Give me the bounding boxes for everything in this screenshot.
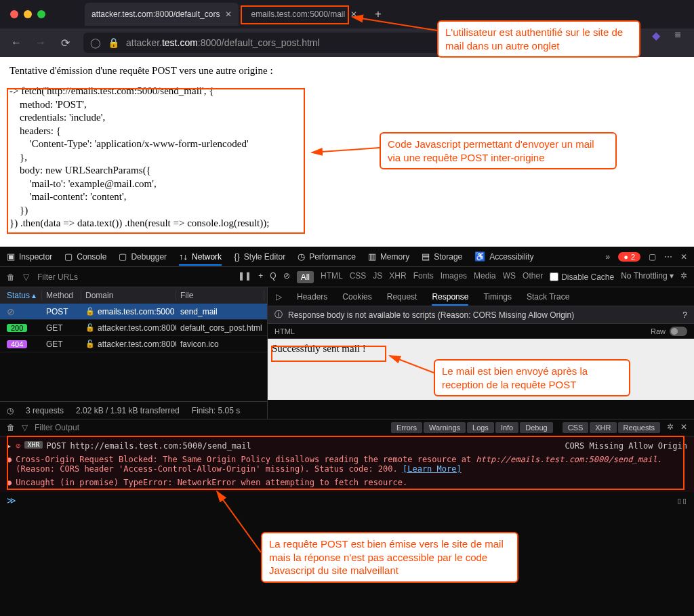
dock-icon[interactable]: ▢: [649, 252, 656, 262]
resend-icon[interactable]: ▷: [276, 292, 282, 302]
blocked-icon: ⊘: [7, 306, 15, 317]
annotation-code: Code Javascript permettant d'envoyer un …: [380, 132, 617, 169]
rtab-stack[interactable]: Stack Trace: [527, 292, 569, 302]
menu-icon[interactable]: ≡: [672, 29, 684, 56]
console-prompt[interactable]: ≫ ▯▯: [0, 492, 694, 508]
more-tabs-icon[interactable]: »: [606, 252, 611, 262]
pause-icon[interactable]: ❚❚: [238, 271, 251, 283]
settings-icon[interactable]: ✲: [667, 422, 674, 433]
col-file[interactable]: File: [176, 291, 264, 300]
debugger-icon: ▢: [119, 251, 127, 262]
footer-size: 2.02 kB / 1.91 kB transferred: [76, 406, 180, 415]
btn-debug[interactable]: Debug: [520, 422, 552, 433]
col-method[interactable]: Method: [42, 291, 81, 300]
col-domain[interactable]: Domain: [81, 291, 176, 300]
filter-urls-input[interactable]: Filter URLs: [37, 272, 78, 282]
filter-ws[interactable]: WS: [503, 271, 516, 283]
table-row[interactable]: ⊘ POST 🔓emails.test.com:5000 send_mail: [0, 304, 267, 320]
filter-output-input[interactable]: Filter Output: [35, 423, 79, 432]
filter-js[interactable]: JS: [373, 271, 382, 283]
trash-icon[interactable]: 🗑: [7, 423, 15, 432]
tab-storage[interactable]: ▤Storage: [422, 251, 462, 262]
disable-cache-checkbox[interactable]: Disable Cache: [550, 271, 614, 283]
maximize-window-button[interactable]: [37, 10, 45, 18]
tab-memory[interactable]: ▥Memory: [368, 251, 409, 262]
new-tab-button[interactable]: +: [369, 8, 386, 20]
console-line[interactable]: ▸ ⊘ XHR POST http://emails.test.com:5000…: [7, 439, 687, 453]
close-window-button[interactable]: [10, 10, 18, 18]
filter-other[interactable]: Other: [523, 271, 543, 283]
btn-errors[interactable]: Errors: [391, 422, 422, 433]
filter-all[interactable]: All: [297, 271, 314, 283]
pocket-icon[interactable]: ◆: [650, 29, 662, 56]
block-icon[interactable]: ⊘: [283, 271, 290, 283]
browser-tab-active[interactable]: attacker.test.com:8000/default_cors ✕: [85, 3, 239, 26]
more-icon[interactable]: ⋯: [664, 252, 672, 262]
close-tab-icon[interactable]: ✕: [225, 9, 232, 19]
btn-logs[interactable]: Logs: [467, 422, 494, 433]
trash-icon[interactable]: 🗑: [7, 272, 15, 282]
filter-images[interactable]: Images: [441, 271, 467, 283]
style-icon: {}: [234, 251, 240, 262]
error-badge[interactable]: ● 2: [618, 252, 640, 262]
devtools-tabs: ▣Inspector ▢Console ▢Debugger ↑↓Network …: [0, 247, 694, 267]
close-console-icon[interactable]: ✕: [680, 422, 687, 433]
table-row[interactable]: 404 GET 🔓attacker.test.com:8000 favicon.…: [0, 336, 267, 352]
rtab-timings[interactable]: Timings: [483, 292, 512, 302]
expand-icon[interactable]: ▸: [7, 441, 12, 451]
btn-css[interactable]: CSS: [563, 422, 589, 433]
tab-accessibility[interactable]: ♿Accessibility: [474, 251, 533, 262]
btn-requests[interactable]: Requests: [618, 422, 660, 433]
table-header: Status ▴ Method Domain File: [0, 287, 267, 304]
browser-tab-inactive[interactable]: emails.test.com:5000/mail ✕: [244, 3, 364, 26]
cors-reason: CORS Missing Allow Origin: [565, 441, 687, 451]
tab-network[interactable]: ↑↓Network: [179, 251, 222, 266]
minimize-window-button[interactable]: [24, 10, 32, 18]
tab-performance[interactable]: ◷Performance: [298, 251, 356, 262]
clock-icon[interactable]: ◷: [7, 406, 14, 415]
filter-fonts[interactable]: Fonts: [413, 271, 434, 283]
table-row[interactable]: 200 GET 🔓attacker.test.com:8000 default_…: [0, 320, 267, 336]
learn-more-link[interactable]: [Learn More]: [403, 464, 462, 474]
reload-icon[interactable]: ⟳: [59, 37, 71, 49]
search-icon[interactable]: Q: [270, 271, 276, 283]
tab-style-editor[interactable]: {}Style Editor: [234, 251, 285, 262]
rtab-headers[interactable]: Headers: [297, 292, 327, 302]
filter-icon[interactable]: ▽: [22, 423, 28, 432]
add-icon[interactable]: +: [258, 271, 263, 283]
memory-icon: ▥: [368, 251, 376, 262]
rtab-request[interactable]: Request: [387, 292, 417, 302]
filter-xhr[interactable]: XHR: [389, 271, 406, 283]
btn-warnings[interactable]: Warnings: [424, 422, 466, 433]
network-icon: ↑↓: [179, 251, 188, 262]
btn-info[interactable]: Info: [495, 422, 518, 433]
tab-debugger[interactable]: ▢Debugger: [119, 251, 167, 262]
tab-inspector[interactable]: ▣Inspector: [7, 251, 52, 262]
close-devtools-icon[interactable]: ✕: [680, 252, 687, 262]
rtab-response[interactable]: Response: [432, 292, 468, 306]
back-icon[interactable]: ←: [10, 37, 22, 49]
rtab-cookies[interactable]: Cookies: [342, 292, 371, 302]
perf-icon: ◷: [298, 251, 305, 262]
lock-icon: 🔒: [108, 37, 119, 48]
col-status[interactable]: Status ▴: [3, 291, 42, 300]
close-tab-icon[interactable]: ✕: [350, 9, 357, 19]
response-tabs: ▷ Headers Cookies Request Response Timin…: [268, 287, 694, 306]
xhr-tag: XHR: [24, 441, 42, 449]
filter-html[interactable]: HTML: [321, 271, 343, 283]
btn-xhr[interactable]: XHR: [590, 422, 616, 433]
gear-icon[interactable]: ✲: [680, 271, 687, 283]
split-icon[interactable]: ▯▯: [676, 495, 687, 506]
tab-console[interactable]: ▢Console: [64, 251, 106, 262]
raw-toggle[interactable]: [670, 327, 687, 336]
tab-label: attacker.test.com:8000/default_cors: [91, 9, 220, 19]
filter-icon[interactable]: ▽: [23, 272, 29, 282]
filter-css[interactable]: CSS: [350, 271, 367, 283]
annotation-mail: Le mail est bien envoyé après la recepti…: [434, 359, 630, 396]
help-icon[interactable]: ?: [682, 310, 687, 320]
filter-media[interactable]: Media: [474, 271, 496, 283]
footer-finish: Finish: 5.05 s: [192, 406, 240, 415]
throttling-select[interactable]: No Throttling ▾: [621, 271, 674, 283]
forward-icon[interactable]: →: [35, 37, 47, 49]
window-controls: [10, 10, 45, 18]
